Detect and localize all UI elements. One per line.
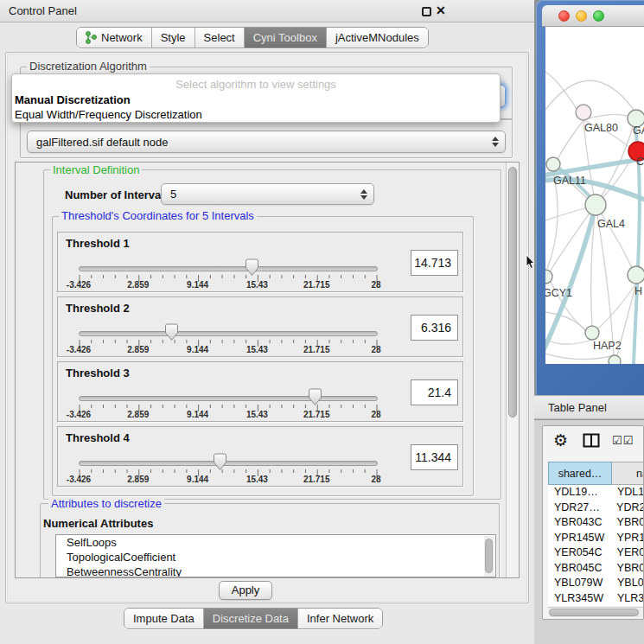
network-node[interactable] — [609, 355, 621, 364]
cell-name: YPR1 — [612, 531, 644, 546]
close-icon[interactable]: ✕ — [436, 3, 446, 17]
tick-label: 2.859 — [112, 410, 164, 419]
network-icon — [86, 31, 97, 44]
network-graph: GAL80GACGAL11GAL4GCY1HHAP2 — [545, 27, 644, 364]
network-view-window[interactable]: GAL80GACGAL11GAL4GCY1HHAP2 — [536, 0, 644, 395]
float-panel-icon[interactable] — [422, 7, 431, 16]
slider-thumb[interactable] — [213, 453, 227, 471]
tab-network[interactable]: Network — [77, 28, 152, 48]
tab-cyni-toolbox[interactable]: Cyni Toolbox — [245, 28, 327, 48]
table-row[interactable]: YER054CYER0 — [548, 545, 644, 561]
node-label: GCY1 — [545, 287, 572, 299]
network-node[interactable] — [545, 270, 552, 284]
tick-label: 15.43 — [231, 475, 283, 484]
slider-thumb[interactable] — [308, 388, 322, 406]
slider-thumb[interactable] — [164, 323, 179, 341]
vertical-scrollbar[interactable] — [506, 163, 519, 577]
scrollbar-thumb[interactable] — [508, 167, 517, 418]
tab-label: Discretize Data — [213, 612, 289, 625]
tab-discretize-data[interactable]: Discretize Data — [204, 609, 298, 628]
threshold-panel-2: Threshold 2-3.4262.8599.14415.4321.71528… — [57, 296, 463, 357]
table-row[interactable]: YPR145WYPR1 — [548, 531, 644, 546]
scrollbar-thumb[interactable] — [549, 609, 639, 616]
tab-jactivemnodules[interactable]: jActiveMNodules — [327, 28, 428, 48]
table-row[interactable]: YBR043CYBR0 — [548, 515, 644, 531]
tab-infer-network[interactable]: Infer Network — [298, 609, 382, 628]
network-node[interactable] — [585, 326, 599, 340]
threshold-value-field[interactable]: 14.713 — [411, 250, 458, 276]
network-node[interactable] — [585, 194, 606, 215]
table-header-row: shared… na — [548, 462, 644, 485]
cell-shared-name: YPR145W — [548, 531, 612, 546]
network-canvas[interactable]: GAL80GACGAL11GAL4GCY1HHAP2 — [545, 27, 644, 364]
network-node[interactable] — [576, 105, 591, 120]
scrollbar-thumb[interactable] — [485, 539, 493, 573]
tab-style[interactable]: Style — [152, 28, 195, 48]
tick-label: 9.144 — [172, 280, 224, 290]
horizontal-scrollbar[interactable] — [548, 607, 644, 617]
tab-label: Infer Network — [307, 612, 373, 625]
tab-label: Select — [204, 31, 235, 44]
table-row[interactable]: YLR345WYLR3 — [548, 591, 644, 607]
threshold-value-field[interactable]: 6.316 — [411, 315, 458, 341]
network-node[interactable] — [628, 266, 644, 284]
tick-label: 28 — [350, 345, 402, 354]
table-row[interactable]: YDR27…YDR2 — [548, 501, 644, 516]
thresholds-group-title: Threshold's Coordinates for 5 Intervals — [59, 210, 257, 221]
attribute-list-item[interactable]: SelfLoops — [56, 535, 495, 550]
cell-name: YBR0 — [612, 561, 644, 577]
slider-track[interactable] — [79, 396, 378, 401]
slider-thumb[interactable] — [245, 258, 259, 277]
tick-label: 21.715 — [290, 410, 342, 419]
gear-icon[interactable]: ⚙ — [553, 431, 568, 450]
column-view-icon[interactable] — [583, 433, 600, 448]
table-row[interactable]: YBR045CYBR0 — [548, 561, 644, 577]
column-header-shared-name[interactable]: shared… — [548, 462, 612, 485]
tick-label: 2.859 — [112, 345, 164, 354]
number-of-intervals-combobox[interactable]: 5 — [161, 183, 374, 205]
attribute-list-item[interactable]: TopologicalCoefficient — [56, 550, 495, 564]
panel-title: Control Panel — [9, 4, 77, 17]
table-row[interactable]: YDL19…YDL1 — [548, 485, 644, 501]
cell-shared-name: YER054C — [548, 545, 612, 561]
zoom-button[interactable] — [593, 10, 604, 22]
network-node[interactable] — [546, 157, 560, 171]
tab-select[interactable]: Select — [195, 28, 245, 48]
tick-label: -3.426 — [53, 280, 105, 290]
tick-label: 9.144 — [172, 475, 224, 484]
dropdown-option-manual[interactable]: Manual Discretization — [15, 93, 131, 106]
threshold-label: Threshold 3 — [66, 367, 130, 379]
numerical-attributes-label: Numerical Attributes — [43, 517, 153, 530]
numerical-attributes-list[interactable]: SelfLoopsTopologicalCoefficientBetweenne… — [55, 534, 496, 577]
top-tab-bar: NetworkStyleSelectCyni ToolboxjActiveMNo… — [76, 27, 429, 48]
cell-name: YER0 — [612, 545, 644, 561]
tick-label: 21.715 — [290, 345, 342, 354]
threshold-value-field[interactable]: 11.344 — [411, 444, 458, 470]
tick-label: 21.715 — [290, 475, 342, 484]
column-header-name[interactable]: na — [612, 462, 644, 485]
table-row[interactable]: YBL079WYBL0 — [548, 576, 644, 591]
attribute-list-item[interactable]: BetweennessCentrality — [56, 564, 495, 577]
tick-label: 28 — [350, 410, 402, 419]
slider-track[interactable] — [79, 266, 378, 271]
tick-label: -3.426 — [53, 475, 105, 484]
slider-track[interactable] — [79, 461, 378, 466]
close-button[interactable] — [558, 10, 570, 22]
select-columns-icon[interactable]: ☑☑ — [612, 434, 634, 447]
network-window-titlebar[interactable] — [542, 5, 644, 27]
tick-label: -3.426 — [53, 345, 105, 354]
cell-name: YDL1 — [612, 485, 644, 501]
minimize-button[interactable] — [576, 10, 587, 22]
tick-label: 2.859 — [112, 280, 164, 290]
algorithm-dropdown-popup: Select algorithm to view settings Manual… — [11, 73, 501, 123]
apply-button[interactable]: Apply — [219, 581, 272, 600]
attributes-scrollbar[interactable] — [484, 536, 494, 577]
threshold-value-field[interactable]: 21.4 — [411, 379, 458, 405]
tab-impute-data[interactable]: Impute Data — [124, 609, 204, 628]
dropdown-option-equal-width[interactable]: Equal Width/Frequency Discretization — [15, 108, 202, 121]
number-of-intervals-label: Number of Intervals — [65, 188, 170, 201]
table-panel-title: Table Panel — [548, 401, 607, 414]
table-data-combobox[interactable]: galFiltered.sif default node — [27, 131, 506, 153]
dropdown-hint: Select algorithm to view settings — [12, 78, 500, 91]
slider-track[interactable] — [79, 331, 378, 336]
